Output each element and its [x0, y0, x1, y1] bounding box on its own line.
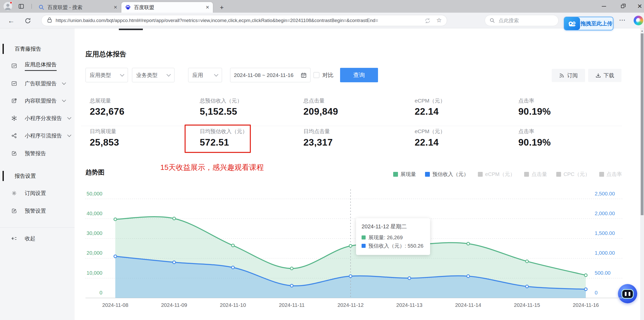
chart-legend: 展现量预估收入（元）eCPM（元）点击量CPC（元）点击率 — [393, 171, 622, 178]
legend-label: eCPM（元） — [485, 171, 515, 178]
sidebar-item-share-0-4[interactable]: 小程序引流报告 — [0, 130, 75, 142]
legend-item[interactable]: eCPM（元） — [478, 171, 515, 178]
report-chart-icon — [11, 81, 17, 87]
scrollbar-up-arrow[interactable]: ▲ — [641, 29, 643, 32]
netdisk-upload-button[interactable]: 拖拽至此上传 — [564, 17, 613, 30]
tooltip-row: 预估收入（元）: 550.26 — [362, 242, 424, 250]
url-text: https://union.baidu.com/bqt/appco.html#/… — [56, 18, 378, 23]
chevron-down-icon — [62, 98, 66, 102]
trend-chart-title: 趋势图 — [85, 168, 104, 176]
stat-value: 25,853 — [90, 137, 119, 148]
refresh-button[interactable] — [23, 16, 32, 25]
legend-label: 展现量 — [401, 171, 416, 178]
robot-face-icon — [621, 289, 634, 299]
contrast-checkbox[interactable] — [314, 72, 319, 78]
address-bar[interactable]: https://union.baidu.com/bqt/appco.html#/… — [41, 15, 447, 26]
browser-tab-search[interactable]: 百度联盟 - 搜索 ✕ — [35, 2, 121, 13]
tab-title: 百度联盟 — [134, 4, 202, 11]
red-annotation-text: 15天收益展示，感兴趣观看课程 — [160, 163, 264, 173]
contrast-label: 对比 — [322, 71, 334, 79]
back-button[interactable]: ← — [7, 16, 16, 25]
legend-swatch — [393, 172, 398, 177]
browser-tab-union[interactable]: 百度联盟 ✕ — [121, 2, 213, 13]
sidebar-item-report-chart-0-1[interactable]: 广告联盟报告 — [0, 77, 75, 90]
tab-close-icon[interactable]: ✕ — [114, 5, 117, 10]
chart-tooltip: 2024-11-12 星期二 展现量: 26,269预估收入（元）: 550.2… — [356, 218, 430, 255]
stat-label: eCPM（元） — [415, 97, 445, 104]
page-content: 百青藤报告应用总体报告广告联盟报告内容联盟报告小程序分发报告小程序引流报告预警报… — [0, 28, 644, 320]
stat-label: 总预估收入（元） — [200, 97, 242, 104]
profile-notification-dot — [10, 1, 12, 4]
stat-value: 232,676 — [90, 106, 124, 117]
subscribe-label: 订阅 — [567, 72, 578, 79]
chevron-down-icon — [62, 81, 66, 85]
sidebar-item-report-chart-0-0[interactable]: 应用总体报告 — [0, 60, 75, 72]
baidu-paw-favicon — [125, 4, 131, 10]
legend-item[interactable]: 点击量 — [524, 171, 547, 178]
tab-actions-icon[interactable] — [18, 3, 24, 10]
stat-value: 23,317 — [303, 137, 333, 148]
sidebar-item-label: 预警设置 — [25, 207, 46, 214]
sidebar-item-content-doc-0-2[interactable]: 内容联盟报告 — [0, 95, 75, 107]
legend-swatch — [425, 172, 430, 177]
content-doc-icon — [11, 98, 17, 104]
sidebar-item-gear-1-0[interactable]: 订阅设置 — [0, 187, 75, 199]
app-type-select[interactable]: 应用类型 — [85, 68, 128, 82]
baidu-netdisk-icon — [564, 17, 580, 30]
legend-item[interactable]: 预估收入（元） — [425, 171, 469, 178]
sidebar-item-label: 小程序引流报告 — [25, 132, 62, 139]
app-select[interactable]: 应用 — [188, 68, 222, 82]
biz-type-select[interactable]: 业务类型 — [132, 68, 174, 82]
tooltip-date: 2024-11-12 星期二 — [362, 223, 424, 230]
legend-item[interactable]: 展现量 — [393, 171, 416, 178]
share-icon — [11, 133, 17, 139]
collapse-icon — [11, 235, 17, 242]
stat-label: eCPM（元） — [415, 128, 445, 135]
sidebar-item-label: 小程序分发报告 — [25, 115, 62, 122]
legend-label: CPC（元） — [564, 171, 590, 178]
stat-label: 日均点击量 — [303, 128, 330, 135]
window-restore-button[interactable] — [615, 0, 630, 13]
window-close-button[interactable]: ✕ — [633, 0, 644, 13]
search-icon — [490, 18, 495, 23]
sidebar-collapse-button[interactable]: 收起 — [0, 232, 75, 245]
legend-label: 预估收入（元） — [432, 171, 469, 178]
sidebar-item-alert-edit-1-1[interactable]: 预警设置 — [0, 205, 75, 217]
tab-close-icon[interactable]: ✕ — [206, 5, 209, 10]
stat-value: 5,152.55 — [200, 106, 237, 117]
sidebar-item-network-0-3[interactable]: 小程序分发报告 — [0, 112, 75, 124]
calendar-icon — [301, 72, 307, 78]
rss-icon — [559, 73, 565, 78]
sidebar: 百青藤报告应用总体报告广告联盟报告内容联盟报告小程序分发报告小程序引流报告预警报… — [0, 28, 75, 320]
legend-swatch — [556, 172, 561, 177]
loading-indicator — [119, 29, 143, 30]
sidebar-item-label: 内容联盟报告 — [25, 97, 57, 104]
report-chart-icon — [11, 63, 17, 69]
chevron-down-icon — [67, 133, 71, 137]
alert-edit-icon — [11, 208, 17, 214]
chevron-down-icon — [214, 72, 218, 77]
sidebar-section-header: 百青藤报告 — [0, 43, 75, 54]
search-placeholder: 点此搜索 — [499, 17, 519, 24]
window-minimize-button[interactable] — [597, 0, 611, 13]
quick-search-box[interactable]: 点此搜索 — [485, 15, 559, 26]
legend-item[interactable]: 点击率 — [599, 171, 622, 178]
favorite-star-icon[interactable]: ☆ — [436, 17, 442, 24]
legend-label: 点击率 — [607, 171, 622, 178]
reading-mode-icon[interactable] — [425, 18, 431, 25]
sidebar-item-alert-edit-0-5[interactable]: 预警报告 — [0, 147, 75, 159]
subscribe-button[interactable]: 订阅 — [552, 69, 585, 82]
date-range-picker[interactable]: 2024-11-08 ~ 2024-11-16 — [230, 68, 310, 82]
lock-icon[interactable] — [47, 17, 52, 24]
browser-tab-bar: 百度联盟 - 搜索 ✕ 百度联盟 ✕ + ✕ — [0, 0, 644, 13]
new-tab-button[interactable]: + — [218, 4, 226, 11]
legend-item[interactable]: CPC（元） — [556, 171, 590, 178]
copilot-icon[interactable] — [634, 16, 643, 25]
download-button[interactable]: 下载 — [588, 69, 621, 82]
contrast-checkbox-group: 对比 — [314, 68, 334, 82]
browser-menu-icon[interactable]: ⋯ — [619, 16, 626, 24]
scrollbar-thumb[interactable] — [641, 33, 643, 215]
stat-value: 22.14 — [415, 106, 439, 117]
assistant-bot-button[interactable] — [618, 284, 637, 303]
query-button[interactable]: 查询 — [340, 68, 378, 82]
